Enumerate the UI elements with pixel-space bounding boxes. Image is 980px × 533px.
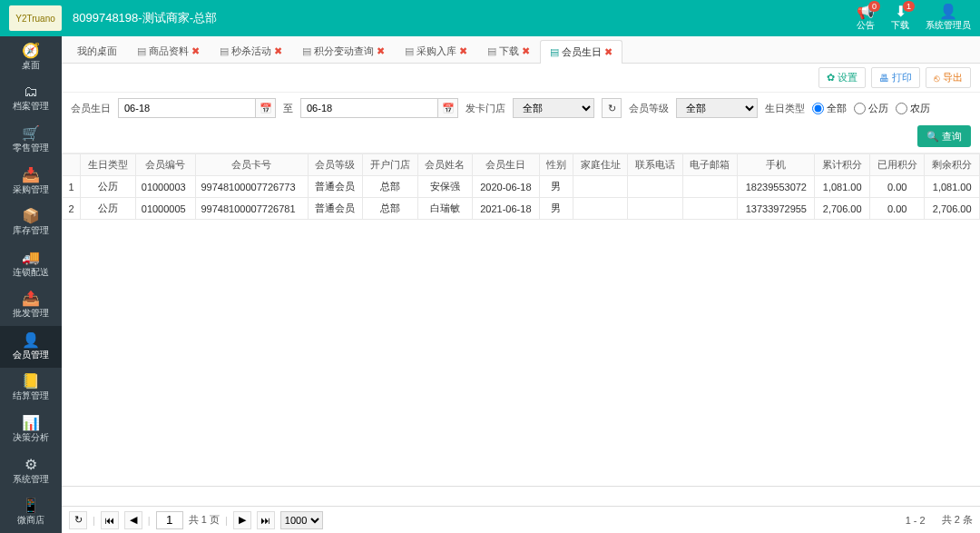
sidebar-item-wholesale[interactable]: 📤批发管理	[0, 284, 62, 326]
col-header[interactable]: 累计积分	[815, 154, 869, 176]
tab-我的桌面[interactable]: 我的桌面	[67, 39, 127, 63]
sidebar-item-desktop[interactable]: 🧭桌面	[0, 36, 62, 78]
mobile-icon: 📱	[22, 498, 40, 514]
col-header[interactable]: 生日类型	[81, 154, 135, 176]
sidebar-item-settle[interactable]: 📒结算管理	[0, 368, 62, 410]
tab-会员生日[interactable]: ▤会员生日✖	[540, 40, 622, 64]
calendar-icon[interactable]: 📅	[438, 98, 458, 118]
delivery-icon: 🚚	[22, 250, 40, 266]
col-header[interactable]	[63, 154, 81, 176]
pager-range: 1 - 2	[906, 515, 926, 526]
store-select[interactable]: 全部	[513, 98, 594, 118]
col-header[interactable]: 电子邮箱	[682, 154, 737, 176]
col-header[interactable]: 联系电话	[628, 154, 682, 176]
close-icon[interactable]: ✖	[377, 45, 385, 57]
close-icon[interactable]: ✖	[522, 45, 530, 57]
refresh-button[interactable]: ↻	[69, 511, 87, 529]
announce-button[interactable]: 📢 公告 0	[857, 5, 875, 32]
close-icon[interactable]: ✖	[191, 45, 200, 57]
tab-bar: 我的桌面▤商品资料✖▤秒杀活动✖▤积分变动查询✖▤采购入库✖▤下载✖▤会员生日✖	[62, 36, 980, 64]
col-header[interactable]: 开户门店	[363, 154, 417, 176]
download-badge: 1	[903, 1, 915, 12]
gauge-icon: 🧭	[22, 43, 40, 59]
archive-icon: 🗂	[24, 84, 38, 100]
date-to-input[interactable]	[300, 98, 438, 118]
tab-商品资料[interactable]: ▤商品资料✖	[127, 39, 210, 63]
announce-badge: 0	[868, 1, 880, 12]
col-header[interactable]: 会员姓名	[417, 154, 472, 176]
box-icon: 📤	[22, 291, 40, 307]
sidebar-item-stock[interactable]: 📦库存管理	[0, 202, 62, 243]
next-page-button[interactable]: ▶	[233, 511, 251, 529]
level-select[interactable]: 全部	[676, 98, 758, 118]
avatar-icon: 👤	[939, 5, 957, 19]
print-button[interactable]: 🖶打印	[871, 67, 920, 88]
printer-icon: 🖶	[879, 73, 889, 84]
user-menu[interactable]: 👤 系统管理员	[926, 5, 971, 32]
tab-采购入库[interactable]: ▤采购入库✖	[395, 39, 477, 63]
export-icon: ⎋	[934, 73, 940, 84]
close-icon[interactable]: ✖	[604, 46, 612, 58]
col-header[interactable]: 会员卡号	[195, 154, 308, 176]
calendar-icon[interactable]: 📅	[256, 98, 276, 118]
sidebar: 🧭桌面🗂档案管理🛒零售管理📥采购管理📦库存管理🚚连锁配送📤批发管理👤会员管理📒结…	[0, 36, 62, 533]
page-size-select[interactable]: 1000	[280, 511, 323, 529]
tab-doc-icon: ▤	[405, 45, 414, 57]
page-title: 8099748198-测试商家-总部	[73, 10, 857, 26]
query-button[interactable]: 🔍查询	[917, 125, 971, 147]
tab-doc-icon: ▤	[302, 45, 311, 57]
page-input[interactable]	[156, 511, 183, 529]
date-from-input[interactable]	[118, 98, 256, 118]
sidebar-item-weshop[interactable]: 📱微商店	[0, 491, 62, 533]
type-radio-lunar[interactable]: 农历	[896, 102, 930, 115]
col-header[interactable]: 会员编号	[135, 154, 195, 176]
col-header[interactable]: 性别	[539, 154, 573, 176]
settings-button[interactable]: ✿设置	[818, 67, 866, 88]
last-page-button[interactable]: ⏭	[257, 511, 275, 529]
gear-icon: ✿	[827, 72, 835, 84]
search-icon: 🔍	[926, 131, 939, 143]
col-header[interactable]: 已用积分	[869, 154, 924, 176]
content-toolbar: ✿设置 🖶打印 ⎋导出	[62, 64, 980, 93]
col-header[interactable]: 手机	[738, 154, 815, 176]
sidebar-item-decision[interactable]: 📊决策分析	[0, 409, 62, 450]
gear-icon: ⚙	[24, 457, 37, 473]
close-icon[interactable]: ✖	[459, 45, 467, 57]
table-row[interactable]: 1公历0100000399748100007726773普通会员总部安保强202…	[63, 176, 980, 198]
cart-icon: 🛒	[22, 125, 40, 142]
tab-doc-icon: ▤	[220, 45, 229, 57]
top-bar: Y2Truano 8099748198-测试商家-总部 📢 公告 0 ⬇ 下载 …	[0, 0, 980, 36]
col-header[interactable]: 会员生日	[473, 154, 540, 176]
sidebar-item-chain[interactable]: 🚚连锁配送	[0, 243, 62, 285]
tab-doc-icon: ▤	[487, 45, 496, 57]
logo: Y2Truano	[9, 5, 62, 31]
sidebar-item-archive[interactable]: 🗂档案管理	[0, 78, 62, 120]
close-icon[interactable]: ✖	[274, 45, 282, 57]
col-header[interactable]: 会员等级	[308, 154, 362, 176]
truck-icon: 📥	[22, 167, 40, 183]
level-label: 会员等级	[629, 102, 669, 115]
tab-doc-icon: ▤	[137, 45, 146, 57]
col-header[interactable]: 家庭住址	[573, 154, 627, 176]
refresh-icon[interactable]: ↻	[602, 98, 622, 118]
chart-icon: 📊	[22, 415, 40, 431]
type-radio-all[interactable]: 全部	[812, 102, 847, 115]
col-header[interactable]: 剩余积分	[925, 154, 980, 176]
warehouse-icon: 📦	[22, 208, 40, 224]
filter-bar: 会员生日 📅 至 📅 发卡门店 全部 ↻ 会员等级 全部 生日类型 全部 公历 …	[62, 93, 980, 153]
tab-下载[interactable]: ▤下载✖	[477, 39, 540, 63]
sidebar-item-retail[interactable]: 🛒零售管理	[0, 119, 62, 161]
sidebar-item-member[interactable]: 👤会员管理	[0, 326, 62, 368]
prev-page-button[interactable]: ◀	[124, 511, 142, 529]
table-row[interactable]: 2公历0100000599748100007726781普通会员总部白瑞敏202…	[63, 198, 980, 220]
tab-秒杀活动[interactable]: ▤秒杀活动✖	[210, 39, 292, 63]
type-radio-solar[interactable]: 公历	[854, 102, 888, 115]
sidebar-item-purchase[interactable]: 📥采购管理	[0, 161, 62, 202]
total-pages-label: 共 1 页	[189, 513, 220, 527]
export-button[interactable]: ⎋导出	[926, 67, 971, 88]
type-label: 生日类型	[765, 102, 805, 115]
tab-积分变动查询[interactable]: ▤积分变动查询✖	[292, 39, 395, 63]
first-page-button[interactable]: ⏮	[101, 511, 119, 529]
sidebar-item-system[interactable]: ⚙系统管理	[0, 450, 62, 492]
download-button[interactable]: ⬇ 下载 1	[891, 5, 909, 32]
